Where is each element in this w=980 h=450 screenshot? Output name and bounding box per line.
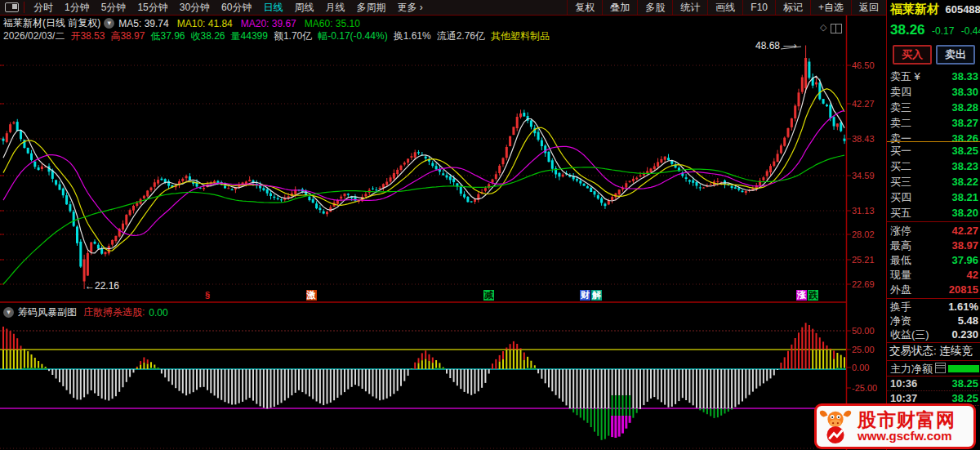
- period-tab-1[interactable]: 1分钟: [59, 1, 96, 15]
- ask-row-2[interactable]: 卖二38.27: [887, 116, 980, 131]
- ask-row-4[interactable]: 卖四38.30: [887, 85, 980, 100]
- ma-line-5: [3, 76, 844, 252]
- tool-button-4[interactable]: 画线: [707, 0, 742, 15]
- main-flow-row[interactable]: 主力净额: [890, 362, 946, 376]
- ask-label: 卖三: [890, 100, 911, 115]
- bid-price: 38.25: [951, 144, 978, 158]
- stat-value: 38.97: [951, 238, 978, 253]
- ohlc-seg-10: 其他塑料制品: [491, 30, 550, 42]
- stat-label: 现量: [890, 268, 911, 283]
- bid-price: 38.20: [951, 206, 978, 221]
- layout-panel-icon[interactable]: [5, 2, 19, 12]
- bid-row-2[interactable]: 买二38.23: [887, 159, 980, 174]
- ohlc-info-row: 2026/02/03/二开38.53高38.97低37.96收38.26量443…: [3, 29, 555, 43]
- bid-price: 38.21: [951, 190, 978, 205]
- period-tab-2[interactable]: 5分钟: [96, 1, 132, 15]
- ask-row-3[interactable]: 卖三38.28: [887, 100, 980, 115]
- stat-row-3: 现量42: [887, 268, 980, 283]
- period-tab-4[interactable]: 30分钟: [174, 1, 216, 15]
- stat-value: 42.27: [951, 224, 978, 238]
- period-tab-9[interactable]: 多周期: [350, 1, 391, 15]
- sub-indicator-header: ▾ 筹码风暴副图 庄散搏杀选股: 0.00: [3, 305, 168, 319]
- ask-price: 38.33: [951, 69, 978, 84]
- candlestick-chart-canvas[interactable]: [0, 0, 886, 450]
- ask-label: 卖二: [890, 116, 911, 131]
- event-marker-4: 解: [591, 290, 602, 301]
- ohlc-seg-1: 开38.53: [70, 30, 105, 42]
- diamond-icon[interactable]: ◇: [820, 22, 826, 33]
- stat-label: 收益(三): [890, 327, 929, 342]
- tool-button-0[interactable]: 复权: [567, 0, 602, 15]
- price-tick-0: 46.50: [852, 60, 884, 70]
- event-marker-2: 减: [483, 290, 494, 301]
- tool-button-7[interactable]: +自选: [810, 0, 851, 15]
- ask-price: 38.30: [951, 85, 978, 100]
- candles-layer: [2, 46, 846, 290]
- watermark-site-url: www.gscfw.com: [858, 430, 956, 443]
- event-marker-0: §: [204, 290, 211, 301]
- stock-name-row[interactable]: 福莱新材 605488: [890, 2, 980, 17]
- ask-price: 38.27: [951, 116, 978, 131]
- ohlc-seg-9: 流通2.76亿: [437, 30, 485, 42]
- tick-row-0: 10:3638.25: [887, 376, 980, 391]
- price-tick-7: 22.69: [852, 279, 884, 289]
- tool-button-6[interactable]: 标记: [775, 0, 810, 15]
- period-tab-7[interactable]: 周线: [288, 1, 319, 15]
- split-pane-icon[interactable]: [831, 24, 842, 33]
- toolbar-separator: [24, 2, 24, 13]
- ohlc-seg-6: 额1.70亿: [274, 30, 312, 42]
- chevron-down-icon[interactable]: ▾: [3, 307, 14, 318]
- period-tab-5[interactable]: 60分钟: [216, 1, 257, 15]
- indicator-tick-0: 50.00: [852, 326, 884, 336]
- panel-divider: [887, 342, 980, 343]
- indicator-signal-label: 庄散搏杀选股:: [83, 305, 145, 319]
- price-tick-5: 28.02: [852, 229, 884, 239]
- stat-value: 37.96: [951, 253, 978, 268]
- panel-divider: [887, 390, 980, 391]
- pane-window-icons: ◇: [820, 22, 842, 33]
- stat-label: 换手: [890, 300, 911, 314]
- trough-price-annotation: ←22.16: [85, 280, 119, 292]
- chevron-down-icon[interactable]: ▾: [104, 18, 114, 29]
- period-tab-3[interactable]: 15分钟: [131, 1, 173, 15]
- period-tab-10[interactable]: 更多 ›: [391, 1, 428, 15]
- panel-divider: [887, 360, 980, 361]
- stat-row-1: 最高38.97: [887, 238, 980, 253]
- bid-row-5[interactable]: 买五38.20: [887, 206, 980, 221]
- bid-label: 买四: [890, 190, 911, 205]
- chart-region[interactable]: 福莱新材(日线 前复权) ▾ MA5: 39.74MA10: 41.84MA20…: [0, 0, 886, 450]
- buy-button[interactable]: 买入: [893, 45, 932, 65]
- ohlc-seg-2: 高38.97: [110, 30, 145, 42]
- tool-button-1[interactable]: 叠加: [602, 0, 637, 15]
- period-tab-6[interactable]: 日线: [257, 1, 288, 15]
- price-tick-3: 34.59: [852, 171, 884, 180]
- ask-row-5[interactable]: 卖五 ¥38.33: [887, 69, 980, 84]
- tool-button-3[interactable]: 统计: [672, 0, 707, 15]
- period-tab-0[interactable]: 分时: [28, 1, 59, 15]
- bid-price: 38.23: [951, 159, 978, 174]
- price-change: -0.17: [932, 25, 954, 37]
- main-flow-label: 主力净额: [890, 363, 933, 375]
- main-flow-bar: [948, 365, 979, 372]
- bid-row-1[interactable]: 买一38.25: [887, 144, 980, 158]
- watermark-site-name: 股市财富网: [858, 410, 956, 430]
- event-marker-1: 激: [306, 290, 317, 301]
- event-marker-3: 财: [580, 290, 590, 301]
- bid-row-3[interactable]: 买三38.22: [887, 175, 980, 189]
- price-tick-4: 31.13: [852, 206, 884, 216]
- tool-button-8[interactable]: 返回: [851, 0, 886, 15]
- stat-value: 0.230: [951, 327, 978, 342]
- bid-row-4[interactable]: 买四38.21: [887, 190, 980, 205]
- stat-label: 净资: [890, 314, 911, 328]
- period-tab-8[interactable]: 月线: [319, 1, 350, 15]
- panel-divider: [887, 221, 980, 222]
- sell-button[interactable]: 卖出: [936, 45, 975, 65]
- price-tick-6: 25.21: [852, 255, 884, 265]
- tick-time: 10:36: [890, 376, 917, 391]
- ohlc-seg-8: 换1.61%: [394, 30, 431, 42]
- tool-button-5[interactable]: F10: [742, 0, 775, 15]
- ask-label: 卖四: [890, 85, 911, 100]
- tool-button-2[interactable]: 多股: [637, 0, 672, 15]
- trade-status: 交易状态: 连续竞: [889, 344, 973, 359]
- ma-legend: MA5: 39.74MA10: 41.84MA20: 39.67MA60: 35…: [118, 18, 368, 29]
